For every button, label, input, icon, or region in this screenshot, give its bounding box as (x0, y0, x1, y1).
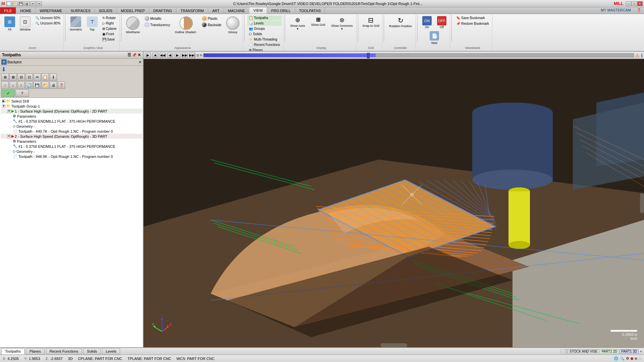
print-btn[interactable]: 🖨 (24, 1, 30, 6)
tree-item-op2[interactable]: ▼ ▶ 2 - Surface High Speed (Dynamic OptR… (1, 134, 142, 139)
tree-item-op2-tool[interactable]: 🔧 #1 - 0.3750 ENDMILL1 FLAT - 375 HIGH P… (1, 144, 142, 149)
show-axes-button[interactable]: ⊕ Show Axes ▼ (288, 15, 308, 32)
tree-item-op2-params[interactable]: ⚙ Parameters (1, 139, 142, 144)
tp-btn-8[interactable]: ↑ (1, 81, 9, 89)
save-btn[interactable]: 💾 (18, 1, 24, 6)
restore-bookmark-button[interactable]: 📌 Restore Bookmark (454, 21, 491, 26)
collapse-op2[interactable]: ▼ (7, 135, 11, 138)
solids-mgr-button[interactable]: ⬡ Solids (247, 32, 282, 37)
toolpaths-mgr-button[interactable]: 📋 Toolpaths (247, 15, 282, 20)
tp-btn-4[interactable]: ⊡ (25, 73, 33, 81)
panel-pin-btn[interactable]: 📌 (132, 53, 137, 57)
progress-thumb[interactable] (367, 53, 370, 58)
unzoom80-btn[interactable]: 🔍 Unzoom 80% (34, 21, 62, 26)
cplane-button[interactable]: ⊞ Cplane (101, 26, 118, 31)
maximize-btn[interactable]: □ (632, 1, 637, 6)
tree-item-op2-toolpath[interactable]: 📄 Toolpath - 948.9K - Opti Rough 1.NC - … (1, 154, 142, 159)
tp-confirm-btn[interactable]: ✓ (1, 89, 15, 97)
rotation-position-button[interactable]: ↻ Rotation Position (387, 15, 414, 29)
tab-machine[interactable]: MACHINE (224, 7, 250, 14)
play-btn[interactable]: ▶ (145, 53, 151, 58)
tab-model-prep[interactable]: MODEL PREP (117, 7, 149, 14)
tp-help-btn[interactable]: ? (15, 89, 29, 97)
progress-bar[interactable] (203, 53, 634, 57)
snap-to-grid-button[interactable]: ⊟ Snap to Grid (361, 15, 381, 28)
status-globe-icon[interactable]: 🌐 (614, 356, 619, 361)
tab-transform[interactable]: TRANSFORM (176, 7, 208, 14)
tab-art[interactable]: ART (208, 7, 224, 14)
save-bookmark-button[interactable]: 🔖 Save Bookmark (454, 15, 487, 20)
tab-drafting[interactable]: DRAFTING (149, 7, 176, 14)
tree-item-op1-toolpath[interactable]: 📄 Toolpath - 440.7K - Opti Rough 1.NC - … (1, 129, 142, 134)
tp-btn-3[interactable]: ⊟ (17, 73, 25, 81)
save-view-button[interactable]: 💾 Save (101, 37, 118, 42)
tab-toolpaths[interactable]: TOOLPATHS (295, 7, 325, 14)
show-grid-button[interactable]: ⊞ Show Grid (309, 15, 327, 27)
tp-btn-5[interactable]: ✏ (34, 73, 41, 81)
glossy-button[interactable]: Glossy (224, 15, 241, 35)
outline-shaded-button[interactable]: Outline Shaded - (173, 15, 199, 35)
recent-functions-button[interactable]: 🕐 Recent Functions (247, 42, 282, 47)
part1-3d-tab[interactable]: PART1 3D (620, 349, 639, 354)
scroll-right[interactable] (640, 193, 644, 213)
add-view-btn[interactable]: + (639, 350, 643, 353)
tree-item-op1[interactable]: ▼ ▶ 1 - Surface High Speed (Dynamic OptR… (1, 109, 142, 114)
close-btn[interactable]: ✕ (637, 1, 643, 6)
tab-view[interactable]: VIEW (249, 7, 267, 14)
tab-wireframe[interactable]: WIREFRAME (36, 7, 66, 14)
tp-btn-9[interactable]: ↓ (9, 81, 17, 89)
redo-btn[interactable]: ↪ (37, 1, 42, 6)
end-btn[interactable]: ▶▶| (189, 53, 195, 58)
tab-file[interactable]: FILE (0, 7, 16, 14)
levels-button[interactable]: 📊 Levels (247, 21, 282, 26)
fit-button[interactable]: ⊞ Fit (3, 15, 17, 32)
collapse-op1[interactable]: ▼ (7, 110, 11, 113)
collapse-group1[interactable]: ▼ (2, 105, 5, 108)
tp-btn-1[interactable]: ⊞ (1, 73, 9, 81)
open-btn[interactable]: 📂 (12, 1, 18, 6)
rewind-btn[interactable]: ◀◀ (160, 53, 166, 58)
front-button[interactable]: ▣ Front (101, 32, 118, 37)
tp-btn-10[interactable]: ↕ (17, 81, 25, 89)
backside-button[interactable]: Backside (200, 22, 223, 28)
groups-button[interactable]: 👥 Groups (247, 26, 282, 31)
tp-btn-2[interactable]: ⊠ (9, 73, 17, 81)
tab-recent-functions-bottom[interactable]: Recent Functions (46, 348, 82, 354)
part2d-tab[interactable]: PART2 2D (600, 349, 619, 354)
prev-btn[interactable]: ◀ (167, 53, 173, 58)
stop-btn[interactable]: ■ (152, 53, 158, 58)
show-gnomons-button[interactable]: ⊛ Show Gnomons ▼ (329, 15, 355, 32)
tree-item-op2-geom[interactable]: ◇ Geometry - (1, 149, 142, 154)
tab-levels-bottom[interactable]: Levels (102, 348, 120, 354)
tree-item-select-drill[interactable]: ▶ 📁 Select Drill (1, 99, 142, 104)
tree-item-toolpath-group1[interactable]: ▼ 📁 Toolpath Group-1 (1, 104, 142, 109)
rotate-button[interactable]: ↻ Rotate (101, 15, 118, 20)
tree-item-op1-tool[interactable]: 🔧 #1 - 0.3750 ENDMILL1 FLAT - 375 HIGH P… (1, 119, 142, 124)
next-btn[interactable]: ▶ (174, 53, 180, 58)
off-button[interactable]: OFF Off (435, 15, 448, 29)
tp-btn-13[interactable]: 📂 (42, 81, 49, 89)
collapse-select-drill[interactable]: ▶ (2, 100, 5, 103)
status-settings-icon[interactable]: ⚙ (626, 356, 629, 361)
scroll-bottom[interactable] (380, 343, 407, 347)
planes-button[interactable]: ⊞ Planes (247, 48, 282, 52)
plastic-button[interactable]: Plastic (200, 15, 223, 21)
top-button[interactable]: ⊤ Top (85, 15, 99, 32)
fastfwd-btn[interactable]: ▶▶ (182, 53, 188, 58)
tree-item-op1-geom[interactable]: ◇ Geometry - (1, 124, 142, 129)
tab-planes-bottom[interactable]: Planes (26, 348, 45, 354)
panel-close-btn[interactable]: ✕ (138, 53, 141, 57)
isometric-button[interactable]: Isometric (68, 15, 84, 32)
metallic-button[interactable]: Metallic (143, 15, 172, 21)
tp-btn-15[interactable]: ❓ (58, 81, 65, 89)
tab-solids[interactable]: SOLIDS (95, 7, 117, 14)
tp-btn-11[interactable]: 🔄 (25, 81, 33, 89)
right-button[interactable]: ▷ Right (101, 21, 118, 26)
tp-btn-12[interactable]: 💾 (34, 81, 41, 89)
tab-home[interactable]: HOME (16, 7, 36, 14)
viewport[interactable]: X Y Z 0.2903 in Inch (144, 59, 644, 347)
tp-btn-14[interactable]: 🖨 (50, 81, 57, 89)
window-button[interactable]: ⊡ Window (18, 15, 32, 32)
tab-toolpaths-bottom[interactable]: Toolpaths (1, 348, 24, 354)
help-btn[interactable]: ❓ (634, 7, 644, 14)
